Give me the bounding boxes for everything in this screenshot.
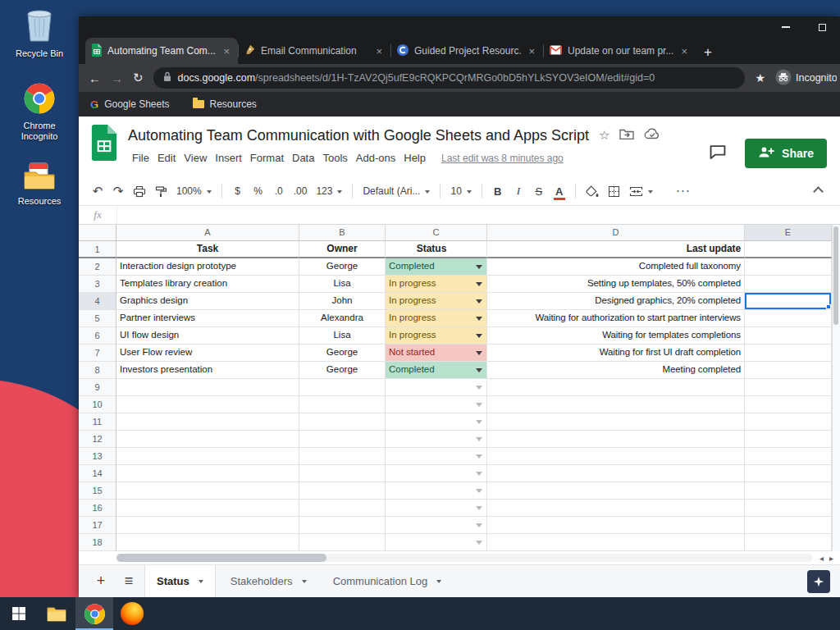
cell-B4[interactable]: John [299, 293, 386, 310]
cell-E2[interactable] [745, 258, 832, 276]
status-dropdown-icon[interactable] [476, 472, 482, 476]
cell-B15[interactable] [299, 482, 386, 500]
status-dropdown-icon[interactable] [476, 523, 482, 527]
cell-A7[interactable]: User Flow review [116, 345, 299, 362]
bold-button[interactable]: B [489, 181, 507, 201]
cell-D8[interactable]: Meeting completed [487, 362, 745, 379]
comment-history-icon[interactable] [709, 144, 727, 163]
menu-help[interactable]: Help [399, 150, 430, 166]
cell-D13[interactable] [487, 448, 745, 465]
taskbar-chrome[interactable] [75, 597, 113, 630]
cell-E7[interactable] [745, 345, 832, 362]
fill-color-button[interactable] [582, 181, 602, 201]
column-header-B[interactable]: B [299, 225, 386, 241]
cell-E4[interactable] [745, 293, 832, 310]
cell-A3[interactable]: Templates library creation [116, 276, 299, 293]
tab-close-icon[interactable]: × [221, 45, 231, 57]
horizontal-scrollbar[interactable] [116, 554, 813, 562]
row-header-16[interactable]: 16 [79, 500, 116, 517]
cell-C12[interactable] [386, 431, 487, 448]
new-tab-button[interactable]: + [704, 44, 712, 61]
move-folder-icon[interactable] [619, 128, 634, 143]
font-size-select[interactable]: 10 [447, 181, 474, 201]
text-color-button[interactable]: A [550, 181, 568, 201]
cell-D16[interactable] [487, 500, 745, 517]
cell-B5[interactable]: Alexandra [299, 310, 386, 327]
row-header-7[interactable]: 7 [79, 345, 116, 362]
menu-format[interactable]: Format [246, 150, 288, 166]
cell-C15[interactable] [386, 482, 487, 500]
cell-D15[interactable] [487, 482, 745, 500]
row-header-12[interactable]: 12 [79, 431, 116, 448]
all-sheets-button[interactable]: ≡ [116, 569, 141, 594]
row-header-17[interactable]: 17 [79, 517, 116, 534]
cell-B18[interactable] [299, 534, 386, 551]
status-dropdown-icon[interactable] [476, 541, 482, 545]
cell-B13[interactable] [299, 448, 386, 465]
print-button[interactable] [130, 181, 149, 201]
bookmark-star-icon[interactable]: ★ [755, 71, 765, 84]
cell-B1[interactable]: Owner [299, 241, 386, 258]
cell-E17[interactable] [745, 517, 832, 534]
taskbar-file-explorer[interactable] [38, 597, 75, 630]
add-sheet-button[interactable]: + [89, 569, 113, 594]
document-title[interactable]: Automating Team Communication with Googl… [128, 127, 589, 144]
cell-B16[interactable] [299, 500, 386, 517]
cell-A1[interactable]: Task [116, 241, 299, 258]
scroll-right-icon[interactable]: ▸ [829, 554, 833, 563]
cell-C3[interactable]: In progress [386, 276, 487, 293]
italic-button[interactable]: I [509, 181, 527, 201]
cell-C10[interactable] [386, 396, 487, 413]
increase-decimal-button[interactable]: .00 [290, 181, 311, 201]
cell-D11[interactable] [487, 413, 745, 431]
row-header-15[interactable]: 15 [79, 482, 116, 500]
menu-edit[interactable]: Edit [153, 150, 180, 166]
desktop-icon-recycle-bin[interactable]: Recycle Bin [0, 8, 79, 59]
cell-D1[interactable]: Last update [487, 241, 745, 258]
horizontal-scrollbar-thumb[interactable] [116, 554, 326, 562]
cell-A13[interactable] [116, 448, 299, 465]
back-button[interactable]: ← [89, 71, 101, 85]
cell-A14[interactable] [116, 465, 299, 482]
cell-A17[interactable] [116, 517, 299, 534]
status-dropdown-icon[interactable] [476, 334, 482, 338]
address-bar[interactable]: docs.google.com/spreadsheets/d/1H-TzAV2Q… [153, 67, 746, 89]
cell-B17[interactable] [299, 517, 386, 534]
scroll-left-icon[interactable]: ◂ [819, 554, 824, 563]
redo-button[interactable]: ↷ [109, 181, 127, 201]
cell-C7[interactable]: Not started [386, 345, 487, 362]
status-dropdown-icon[interactable] [476, 454, 482, 459]
status-dropdown-icon[interactable] [476, 403, 482, 407]
row-header-18[interactable]: 18 [79, 534, 116, 551]
cell-E8[interactable] [745, 362, 832, 379]
borders-button[interactable] [605, 181, 623, 201]
cell-D9[interactable] [487, 379, 745, 396]
cell-B10[interactable] [299, 396, 386, 413]
tab-guided-project-resources[interactable]: Guided Project Resourc... × [390, 38, 543, 64]
cell-E9[interactable] [745, 379, 832, 396]
cell-A16[interactable] [116, 500, 299, 517]
tab-close-icon[interactable]: × [374, 45, 384, 57]
cell-D14[interactable] [487, 465, 745, 482]
cell-E3[interactable] [745, 276, 832, 293]
cell-B9[interactable] [299, 379, 386, 396]
cell-B7[interactable]: George [299, 345, 386, 362]
cloud-status-icon[interactable] [644, 128, 660, 143]
share-button[interactable]: Share [745, 139, 827, 168]
cell-B8[interactable]: George [299, 362, 386, 379]
sheet-tab-stakeholders[interactable]: Stakeholders [219, 565, 318, 598]
cell-A11[interactable] [116, 413, 299, 431]
row-header-6[interactable]: 6 [79, 327, 116, 345]
cell-C14[interactable] [386, 465, 487, 482]
menu-add-ons[interactable]: Add-ons [352, 150, 399, 166]
cell-E5[interactable] [745, 310, 832, 327]
cell-C5[interactable]: In progress [386, 310, 487, 327]
row-header-5[interactable]: 5 [79, 310, 116, 327]
cell-C17[interactable] [386, 517, 487, 534]
cell-E18[interactable] [745, 534, 832, 551]
strikethrough-button[interactable]: S [530, 181, 548, 201]
star-document-icon[interactable]: ☆ [599, 128, 609, 143]
status-dropdown-icon[interactable] [476, 317, 482, 321]
cell-C6[interactable]: In progress [386, 327, 487, 345]
row-header-8[interactable]: 8 [79, 362, 116, 379]
